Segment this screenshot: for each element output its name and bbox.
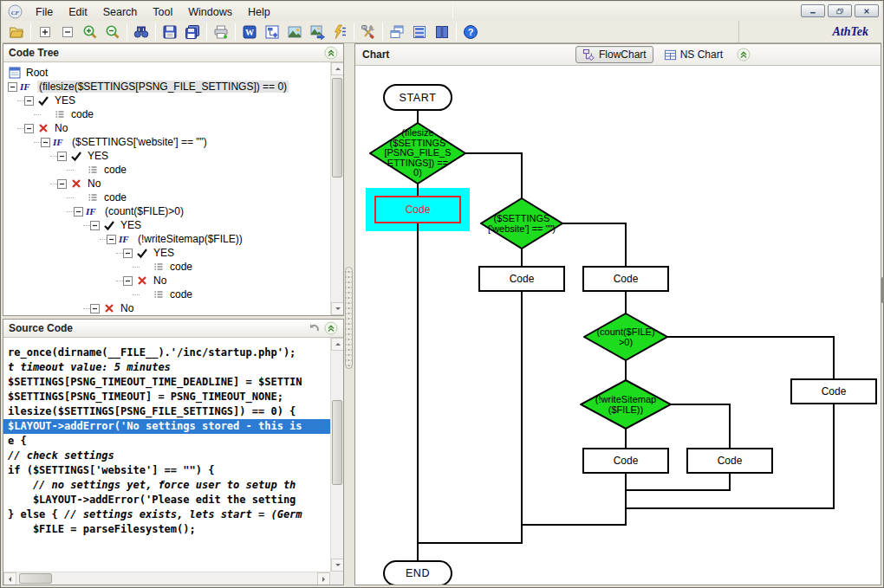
close-button[interactable] [855, 4, 879, 17]
tree-item[interactable]: IF(!writeSitemap($FILE)) [3, 232, 330, 246]
tile-horizontal-button[interactable] [408, 22, 431, 42]
flowchart-decision-node[interactable]: (filesize ($SETTINGS [PSNG_FILE_S ETTING… [369, 122, 466, 184]
tree-item[interactable]: code [3, 260, 330, 274]
flowchart-decision-node[interactable]: (!writeSitemap ($FILE)) [580, 379, 672, 430]
tree-item[interactable]: YES [3, 218, 330, 232]
tree-expander-icon[interactable] [41, 138, 50, 147]
code-line[interactable]: re_once(dirname(__FILE__).'/inc/startup.… [3, 346, 330, 360]
flowchart-selected-node[interactable]: Code [374, 196, 461, 223]
tree-item[interactable]: No [3, 177, 330, 191]
flowchart-process-node[interactable]: Code [478, 266, 565, 292]
print-button[interactable] [210, 22, 232, 42]
minimize-button[interactable] [801, 4, 825, 17]
menu-edit[interactable]: Edit [61, 4, 95, 20]
code-line[interactable]: // check settings [3, 449, 330, 463]
flowchart-process-node[interactable]: Code [790, 378, 877, 404]
export-image-as-button[interactable] [306, 22, 328, 42]
flowchart-decision-node[interactable]: ($SETTINGS ['website'] == "") [480, 197, 563, 249]
export-visio-button[interactable] [261, 22, 283, 42]
code-tree-scrollbar[interactable] [330, 62, 343, 315]
source-code-v-scrollbar[interactable] [330, 338, 343, 585]
export-word-button[interactable]: W [238, 22, 261, 42]
zoom-out-button[interactable] [101, 22, 124, 42]
tree-expander-icon[interactable] [57, 152, 67, 161]
code-line[interactable]: ilesize($SETTINGS[PSNG_FILE_SETTINGS]) =… [3, 404, 330, 419]
tree-expander-icon[interactable] [24, 124, 34, 133]
tree-expander-icon[interactable] [123, 249, 133, 258]
tree-expander-icon[interactable] [57, 179, 67, 189]
scroll-down-button[interactable] [331, 302, 343, 315]
tree-item[interactable]: code [3, 288, 330, 301]
scroll-left-button[interactable] [3, 572, 16, 585]
zoom-in-button[interactable] [79, 22, 101, 42]
code-line[interactable]: $SETTINGS[PSNG_TIMEOUT_TIME_DEADLINE] = … [3, 375, 330, 390]
code-line[interactable]: $LAYOUT->addError('Please edit the setti… [3, 493, 330, 507]
tree-item[interactable]: Root [3, 66, 330, 80]
collapse-panel-icon[interactable] [324, 321, 338, 335]
tree-item[interactable]: IF(count($FILE)>0) [3, 204, 330, 218]
code-line[interactable]: if ($SETTINGS['website'] == "") { [3, 463, 330, 478]
tree-item[interactable]: IF(filesize($SETTINGS[PSNG_FILE_SETTINGS… [3, 80, 330, 94]
tree-expander-icon[interactable] [123, 276, 133, 286]
splitter-handle[interactable] [345, 267, 353, 369]
tree-item[interactable]: IF($SETTINGS['website'] == "") [3, 135, 330, 149]
flowchart-process-node[interactable]: Code [582, 266, 669, 292]
tab-ns-chart[interactable]: NS Chart [658, 46, 729, 63]
source-code-editor[interactable]: re_once(dirname(__FILE__).'/inc/startup.… [3, 338, 330, 572]
tree-item[interactable]: No [3, 274, 330, 288]
tree-item[interactable]: code [3, 191, 330, 204]
menu-help[interactable]: Help [240, 4, 278, 20]
scroll-right-button[interactable] [317, 572, 330, 585]
tree-expander-icon[interactable] [8, 82, 17, 92]
find-button[interactable] [130, 22, 153, 42]
scrollbar-thumb[interactable] [19, 573, 52, 584]
menu-tool[interactable]: Tool [145, 4, 180, 20]
flowchart-process-node[interactable]: Code [582, 448, 669, 474]
open-file-button[interactable] [5, 22, 28, 42]
expand-all-button[interactable] [34, 22, 56, 42]
save-all-button[interactable] [181, 22, 204, 42]
tab-flowchart[interactable]: FlowChart [575, 46, 653, 63]
tree-expander-icon[interactable] [90, 304, 100, 313]
panel-splitter[interactable] [344, 43, 354, 585]
scroll-up-button[interactable] [331, 338, 343, 351]
restore-button[interactable] [828, 4, 852, 17]
tree-item[interactable]: YES [3, 149, 330, 163]
code-line[interactable]: $SETTINGS[PSNG_TIMEOUT] = PSNG_TIMEOUT_N… [3, 390, 330, 404]
tree-item[interactable]: No [3, 301, 330, 315]
tree-expander-icon[interactable] [24, 96, 34, 106]
scrollbar-thumb[interactable] [332, 400, 342, 485]
tree-item[interactable]: code [3, 107, 330, 121]
flowchart-start-node[interactable]: START [383, 84, 452, 111]
flowchart-process-node[interactable]: Code [686, 448, 773, 474]
menu-file[interactable]: File [28, 4, 61, 20]
help-button[interactable]: ? [459, 22, 482, 42]
source-code-h-scrollbar[interactable] [3, 572, 330, 585]
menu-search[interactable]: Search [95, 4, 146, 20]
tile-vertical-button[interactable] [431, 22, 453, 42]
tree-expander-icon[interactable] [107, 235, 116, 244]
cascade-windows-button[interactable] [386, 22, 408, 42]
tree-item[interactable]: No [3, 121, 330, 135]
code-line[interactable]: $LAYOUT->addError('No settings stored - … [3, 419, 330, 434]
code-line[interactable]: } else { // settings exists, lets start … [3, 507, 330, 522]
tree-expander-icon[interactable] [90, 221, 100, 230]
code-line[interactable]: // no settings yet, force user to setup … [3, 478, 330, 493]
flowchart-decision-node[interactable]: (count($FILE) >0) [583, 313, 668, 361]
settings-button[interactable] [357, 22, 380, 42]
collapse-panel-icon[interactable] [737, 48, 751, 61]
tree-item[interactable]: YES [3, 94, 330, 107]
scrollbar-thumb[interactable] [332, 78, 342, 178]
scroll-down-button[interactable] [331, 559, 343, 572]
scroll-up-button[interactable] [331, 62, 343, 75]
code-line[interactable]: $FILE = parseFilesystem(); [3, 522, 330, 537]
tree-item[interactable]: code [3, 163, 330, 177]
save-button[interactable] [159, 22, 181, 42]
collapse-panel-icon[interactable] [324, 46, 338, 60]
code-line[interactable]: e { [3, 434, 330, 449]
tree-expander-icon[interactable] [74, 207, 83, 216]
flowchart-end-node[interactable]: END [383, 560, 452, 585]
export-image-button[interactable] [283, 22, 306, 42]
collapse-all-button[interactable] [56, 22, 79, 42]
menu-windows[interactable]: Windows [180, 4, 240, 20]
